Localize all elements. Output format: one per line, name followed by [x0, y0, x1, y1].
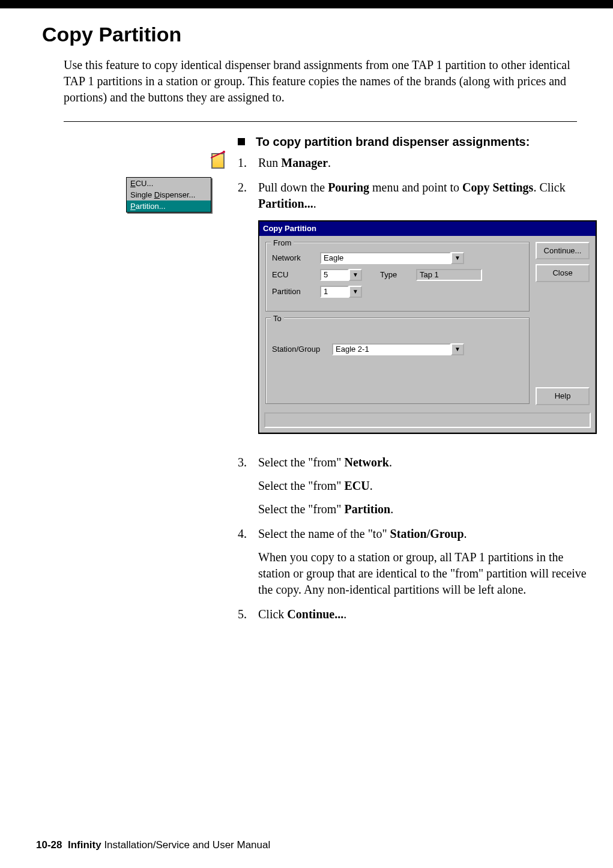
- step-3: 3. Select the "from" Network. Select the…: [238, 454, 597, 517]
- ecu-combo[interactable]: 5 ▼: [320, 269, 362, 281]
- step-1: 1. Run Manager.: [238, 155, 597, 171]
- from-groupbox: From Network Eagle ▼: [265, 242, 530, 312]
- intro-paragraph: Use this feature to copy identical dispe…: [64, 57, 577, 106]
- horizontal-rule: [64, 121, 577, 122]
- type-field: Tap 1: [416, 269, 482, 281]
- network-combo[interactable]: Eagle ▼: [320, 252, 464, 264]
- menu-item-ecu[interactable]: ECU...: [127, 178, 211, 189]
- copy-partition-dialog: Copy Partition From Network Eagle: [258, 220, 597, 434]
- partition-combo[interactable]: 1 ▼: [320, 286, 362, 298]
- submenu-graphic: ECU... Single Dispenser... Partition...: [126, 177, 211, 212]
- chevron-down-icon[interactable]: ▼: [451, 252, 464, 264]
- help-button[interactable]: Help: [536, 387, 590, 405]
- page-footer: 10-28 Infinity Installation/Service and …: [36, 839, 270, 851]
- step-5: 5. Click Continue....: [238, 606, 597, 622]
- page-title: Copy Partition: [42, 23, 577, 46]
- label-station-group: Station/Group: [272, 344, 332, 355]
- chevron-down-icon[interactable]: ▼: [451, 343, 464, 355]
- to-groupbox: To Station/Group Eagle 2-1 ▼: [265, 318, 530, 404]
- chevron-down-icon[interactable]: ▼: [349, 286, 362, 298]
- svg-line-0: [211, 152, 224, 158]
- menu-item-partition[interactable]: Partition...: [127, 200, 211, 212]
- dialog-titlebar: Copy Partition: [259, 222, 596, 236]
- step-4: 4. Select the name of the "to" Station/G…: [238, 526, 597, 598]
- continue-button[interactable]: Continue...: [536, 242, 590, 260]
- station-group-combo[interactable]: Eagle 2-1 ▼: [332, 343, 464, 355]
- chevron-down-icon[interactable]: ▼: [349, 269, 362, 281]
- close-button[interactable]: Close: [536, 264, 590, 282]
- square-bullet-icon: [238, 138, 245, 145]
- label-partition: Partition: [272, 286, 320, 297]
- dialog-statusbar: [264, 412, 591, 428]
- svg-point-1: [223, 151, 225, 153]
- label-ecu: ECU: [272, 270, 320, 280]
- label-network: Network: [272, 253, 320, 264]
- note-icon: [211, 153, 225, 169]
- menu-item-single-dispenser[interactable]: Single Dispenser...: [127, 189, 211, 200]
- step-2: 2. Pull down the Pouring menu and point …: [238, 179, 597, 446]
- task-heading: To copy partition brand dispenser assign…: [238, 135, 597, 149]
- top-black-bar: [0, 0, 613, 8]
- label-type: Type: [380, 270, 416, 280]
